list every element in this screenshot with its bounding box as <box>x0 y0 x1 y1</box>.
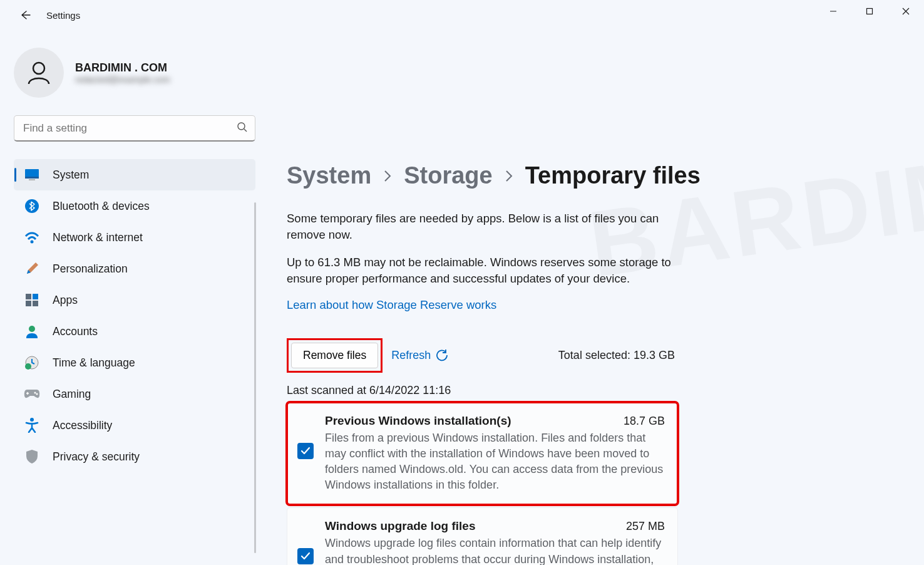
sidebar-item-label: Accounts <box>53 325 98 338</box>
category-list: Previous Windows installation(s) 18.7 GB… <box>287 402 678 565</box>
sidebar-item-label: Accessibility <box>53 419 112 432</box>
svg-point-16 <box>36 393 38 395</box>
user-block[interactable]: BARDIMIN . COM redacted@example.com <box>14 48 257 98</box>
maximize-icon <box>866 8 873 15</box>
avatar <box>14 48 64 98</box>
svg-point-15 <box>34 392 36 394</box>
category-checkbox[interactable] <box>297 548 314 564</box>
svg-point-17 <box>30 418 34 422</box>
arrow-left-icon <box>19 9 31 21</box>
category-description: Windows upgrade log files contain inform… <box>325 536 665 565</box>
chevron-right-icon <box>504 167 514 185</box>
category-title: Windows upgrade log files <box>325 519 476 533</box>
remove-files-button[interactable]: Remove files <box>291 343 378 368</box>
refresh-icon <box>436 349 448 361</box>
check-icon <box>300 445 311 457</box>
svg-rect-9 <box>33 294 38 299</box>
chevron-right-icon <box>382 167 393 185</box>
shield-icon <box>24 448 40 465</box>
search-wrap <box>14 115 255 142</box>
category-size: 18.7 GB <box>624 415 665 428</box>
sidebar-scrollbar[interactable] <box>254 202 256 553</box>
refresh-label: Refresh <box>391 349 431 362</box>
personalization-icon <box>24 261 40 277</box>
category-checkbox[interactable] <box>297 443 314 459</box>
sidebar-item-accounts[interactable]: Accounts <box>14 316 255 347</box>
main-content: BARDIMIN System Storage Temporary files … <box>263 30 924 565</box>
sidebar-item-system[interactable]: System <box>14 159 255 190</box>
sidebar-item-network[interactable]: Network & internet <box>14 222 255 253</box>
sidebar-item-gaming[interactable]: Gaming <box>14 378 255 410</box>
accounts-icon <box>24 323 40 340</box>
sidebar-item-label: System <box>53 168 89 182</box>
svg-rect-5 <box>29 179 35 180</box>
breadcrumb-system[interactable]: System <box>287 162 371 189</box>
sidebar-item-apps[interactable]: Apps <box>14 284 255 316</box>
app-title: Settings <box>46 10 80 21</box>
minimize-icon <box>829 8 837 15</box>
svg-rect-4 <box>25 177 39 179</box>
svg-point-1 <box>33 63 44 74</box>
svg-rect-8 <box>26 294 31 299</box>
page-title: Temporary files <box>525 162 701 189</box>
sidebar-item-label: Gaming <box>53 388 91 401</box>
category-title: Previous Windows installation(s) <box>325 414 511 428</box>
refresh-button[interactable]: Refresh <box>391 349 448 362</box>
sidebar-item-time[interactable]: Time & language <box>14 347 255 378</box>
system-icon <box>24 167 40 183</box>
category-size: 257 MB <box>626 520 665 533</box>
close-icon <box>902 8 910 15</box>
svg-point-2 <box>238 123 245 130</box>
nav-list: System Bluetooth & devices Network & int… <box>14 159 255 472</box>
storage-reserve-link[interactable]: Learn about how Storage Reserve works <box>287 298 496 311</box>
maximize-button[interactable] <box>851 0 888 23</box>
svg-point-12 <box>29 326 35 332</box>
last-scanned: Last scanned at 6/14/2022 11:16 <box>287 384 905 397</box>
accessibility-icon <box>24 417 40 433</box>
action-row: Remove files Refresh Total selected: 19.… <box>287 338 675 373</box>
network-icon <box>24 229 40 246</box>
minimize-button[interactable] <box>815 0 851 23</box>
sidebar: BARDIMIN . COM redacted@example.com Syst… <box>0 30 263 565</box>
sidebar-item-privacy[interactable]: Privacy & security <box>14 441 255 472</box>
svg-rect-0 <box>867 9 873 14</box>
category-item-upgrade-logs[interactable]: Windows upgrade log files 257 MB Windows… <box>287 507 678 565</box>
time-icon <box>24 355 40 371</box>
total-selected: Total selected: 19.3 GB <box>558 349 675 362</box>
back-button[interactable] <box>14 4 36 26</box>
sidebar-item-personalization[interactable]: Personalization <box>14 253 255 284</box>
breadcrumb-storage[interactable]: Storage <box>404 162 492 189</box>
close-button[interactable] <box>888 0 924 23</box>
sidebar-item-label: Apps <box>53 294 78 307</box>
check-icon <box>300 551 311 562</box>
search-icon[interactable] <box>237 122 248 135</box>
category-description: Files from a previous Windows installati… <box>325 430 665 494</box>
search-input[interactable] <box>14 115 255 142</box>
user-email: redacted@example.com <box>75 75 170 85</box>
intro-text-2: Up to 61.3 MB may not be reclaimable. Wi… <box>287 254 675 287</box>
sidebar-item-label: Network & internet <box>53 231 143 244</box>
sidebar-item-label: Time & language <box>53 356 135 370</box>
highlight-box: Remove files <box>287 338 382 373</box>
intro-text-1: Some temporary files are needed by apps.… <box>287 210 675 243</box>
sidebar-item-accessibility[interactable]: Accessibility <box>14 410 255 441</box>
svg-point-7 <box>31 241 34 244</box>
svg-rect-10 <box>26 301 31 306</box>
sidebar-item-label: Privacy & security <box>53 450 140 464</box>
title-bar: Settings <box>0 0 924 30</box>
breadcrumb: System Storage Temporary files <box>287 162 905 189</box>
user-name: BARDIMIN . COM <box>75 61 170 75</box>
user-icon <box>25 59 53 86</box>
svg-rect-11 <box>33 301 38 306</box>
sidebar-item-bluetooth[interactable]: Bluetooth & devices <box>14 190 255 222</box>
sidebar-item-label: Personalization <box>53 262 128 276</box>
apps-icon <box>24 292 40 308</box>
gaming-icon <box>24 386 40 402</box>
sidebar-item-label: Bluetooth & devices <box>53 200 150 213</box>
category-item-previous-windows[interactable]: Previous Windows installation(s) 18.7 GB… <box>287 402 678 505</box>
bluetooth-icon <box>24 198 40 214</box>
svg-point-14 <box>25 363 31 370</box>
window-controls <box>815 0 924 23</box>
